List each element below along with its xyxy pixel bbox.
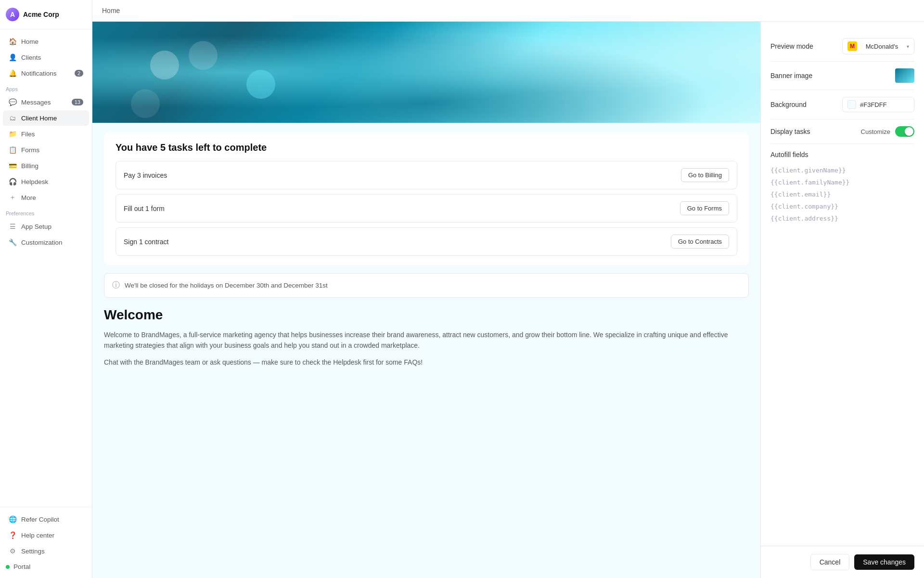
sidebar-item-customization[interactable]: 🔧 Customization bbox=[3, 235, 89, 250]
preview-mode-value: McDonald's bbox=[866, 43, 898, 50]
customize-text: Customize bbox=[861, 128, 890, 135]
task-row-contracts: Sign 1 contract Go to Contracts bbox=[116, 227, 737, 256]
display-tasks-toggle[interactable] bbox=[895, 126, 914, 137]
chevron-down-icon: ▾ bbox=[907, 44, 909, 49]
sidebar-item-notifications-label: Notifications bbox=[21, 70, 57, 77]
notice-box: ⓘ We'll be closed for the holidays on De… bbox=[104, 273, 749, 298]
color-swatch bbox=[847, 100, 856, 109]
background-color-value: #F3FDFF bbox=[860, 101, 887, 108]
sidebar-item-client-home[interactable]: 🗂 Client Home bbox=[3, 110, 89, 126]
banner-image-display bbox=[92, 22, 760, 123]
sidebar-item-clients[interactable]: 👤 Clients bbox=[3, 50, 89, 65]
toggle-knob bbox=[905, 127, 913, 136]
customization-icon: 🔧 bbox=[9, 238, 16, 246]
banner-image-thumbnail[interactable] bbox=[895, 68, 914, 83]
sidebar: A Acme Corp 🏠 Home 👤 Clients 🔔 Notificat… bbox=[0, 0, 92, 578]
content-area: You have 5 tasks left to complete Pay 3 … bbox=[92, 22, 924, 578]
client-home-icon: 🗂 bbox=[9, 114, 16, 122]
preview-panel: You have 5 tasks left to complete Pay 3 … bbox=[92, 22, 760, 578]
task-row-billing: Pay 3 invoices Go to Billing bbox=[116, 161, 737, 189]
settings-icon: ⚙ bbox=[9, 547, 16, 555]
banner-image-label: Banner image bbox=[770, 72, 812, 79]
sidebar-item-home-label: Home bbox=[21, 38, 38, 45]
go-to-billing-button[interactable]: Go to Billing bbox=[681, 168, 729, 182]
messages-icon: 💬 bbox=[9, 98, 16, 106]
welcome-paragraph-2: Chat with the BrandMages team or ask que… bbox=[104, 357, 749, 368]
task-contracts-label: Sign 1 contract bbox=[124, 238, 168, 246]
tasks-section: You have 5 tasks left to complete Pay 3 … bbox=[104, 132, 749, 265]
display-tasks-row: Display tasks Customize bbox=[770, 119, 914, 144]
files-icon: 📁 bbox=[9, 130, 16, 138]
bell-icon: 🔔 bbox=[9, 69, 16, 77]
preview-mode-select[interactable]: M McDonald's ▾ bbox=[842, 38, 914, 54]
forms-icon: 📋 bbox=[9, 146, 16, 154]
messages-badge: 13 bbox=[72, 99, 83, 105]
mcdonalds-icon: M bbox=[847, 41, 857, 51]
home-icon: 🏠 bbox=[9, 38, 16, 45]
autofill-title: Autofill fields bbox=[770, 151, 914, 158]
task-row-forms: Fill out 1 form Go to Forms bbox=[116, 194, 737, 223]
main-content: Home You have 5 tasks left to complete P… bbox=[92, 0, 924, 578]
sidebar-item-portal[interactable]: Portal bbox=[0, 559, 92, 574]
sidebar-item-billing[interactable]: 💳 Billing bbox=[3, 158, 89, 173]
more-icon: ＋ bbox=[9, 194, 16, 201]
portal-status-dot bbox=[6, 565, 10, 569]
autofill-field-company: {{client.company}} bbox=[770, 200, 914, 212]
apps-section-label: Apps bbox=[0, 81, 92, 94]
sidebar-bottom: 🌐 Refer Copilot ❓ Help center ⚙ Settings… bbox=[0, 507, 92, 578]
content-body: You have 5 tasks left to complete Pay 3 … bbox=[92, 123, 760, 387]
autofill-field-family-name: {{client.familyName}} bbox=[770, 176, 914, 188]
top-bar: Home bbox=[92, 0, 924, 22]
notice-text: We'll be closed for the holidays on Dece… bbox=[125, 282, 328, 289]
display-tasks-label: Display tasks bbox=[770, 128, 810, 135]
sidebar-item-more[interactable]: ＋ More bbox=[3, 190, 89, 205]
sidebar-item-files[interactable]: 📁 Files bbox=[3, 126, 89, 142]
sidebar-item-help-label: Help center bbox=[21, 532, 54, 539]
sidebar-item-clients-label: Clients bbox=[21, 54, 41, 61]
billing-icon: 💳 bbox=[9, 162, 16, 170]
company-name: Acme Corp bbox=[23, 11, 59, 18]
sidebar-item-notifications[interactable]: 🔔 Notifications 2 bbox=[3, 66, 89, 81]
right-panel-body: Preview mode M McDonald's ▾ Banner image… bbox=[761, 22, 924, 546]
preferences-section-label: Preferences bbox=[0, 206, 92, 218]
background-row: Background #F3FDFF bbox=[770, 90, 914, 119]
sidebar-item-refer-copilot[interactable]: 🌐 Refer Copilot bbox=[3, 512, 89, 527]
task-billing-label: Pay 3 invoices bbox=[124, 171, 167, 179]
autofill-field-given-name: {{client.givenName}} bbox=[770, 164, 914, 176]
sidebar-item-helpdesk-label: Helpdesk bbox=[21, 178, 48, 185]
background-label: Background bbox=[770, 101, 807, 108]
banner-image-row: Banner image bbox=[770, 62, 914, 90]
background-color-input[interactable]: #F3FDFF bbox=[842, 97, 914, 112]
portal-label: Portal bbox=[13, 563, 30, 570]
tasks-title: You have 5 tasks left to complete bbox=[116, 142, 737, 153]
save-button[interactable]: Save changes bbox=[854, 554, 914, 570]
company-logo[interactable]: A Acme Corp bbox=[0, 0, 92, 29]
autofill-field-address: {{client.address}} bbox=[770, 212, 914, 224]
sidebar-item-forms-label: Forms bbox=[21, 146, 39, 154]
go-to-contracts-button[interactable]: Go to Contracts bbox=[671, 235, 729, 249]
sidebar-item-messages[interactable]: 💬 Messages 13 bbox=[3, 94, 89, 110]
sidebar-item-app-setup[interactable]: ☰ App Setup bbox=[3, 219, 89, 234]
sidebar-item-forms[interactable]: 📋 Forms bbox=[3, 142, 89, 158]
notifications-badge: 2 bbox=[75, 70, 83, 77]
sidebar-item-client-home-label: Client Home bbox=[21, 115, 57, 122]
sidebar-item-refer-label: Refer Copilot bbox=[21, 516, 59, 523]
sidebar-item-helpdesk[interactable]: 🎧 Helpdesk bbox=[3, 174, 89, 189]
preview-mode-row: Preview mode M McDonald's ▾ bbox=[770, 31, 914, 62]
welcome-section: Welcome Welcome to BrandMages, a full-se… bbox=[104, 307, 749, 377]
breadcrumb: Home bbox=[102, 7, 120, 14]
right-panel: Preview mode M McDonald's ▾ Banner image… bbox=[760, 22, 924, 578]
sidebar-item-help-center[interactable]: ❓ Help center bbox=[3, 527, 89, 543]
welcome-paragraph-1: Welcome to BrandMages, a full-service ma… bbox=[104, 329, 749, 351]
task-forms-label: Fill out 1 form bbox=[124, 205, 165, 212]
sidebar-item-settings[interactable]: ⚙ Settings bbox=[3, 543, 89, 559]
sidebar-item-settings-label: Settings bbox=[21, 548, 45, 555]
preview-mode-label: Preview mode bbox=[770, 42, 813, 50]
sidebar-item-app-setup-label: App Setup bbox=[21, 223, 51, 230]
clients-icon: 👤 bbox=[9, 53, 16, 61]
autofill-section: Autofill fields {{client.givenName}} {{c… bbox=[770, 144, 914, 231]
go-to-forms-button[interactable]: Go to Forms bbox=[680, 201, 729, 215]
cancel-button[interactable]: Cancel bbox=[810, 554, 850, 570]
sidebar-item-home[interactable]: 🏠 Home bbox=[3, 34, 89, 49]
right-panel-footer: Cancel Save changes bbox=[761, 546, 924, 578]
